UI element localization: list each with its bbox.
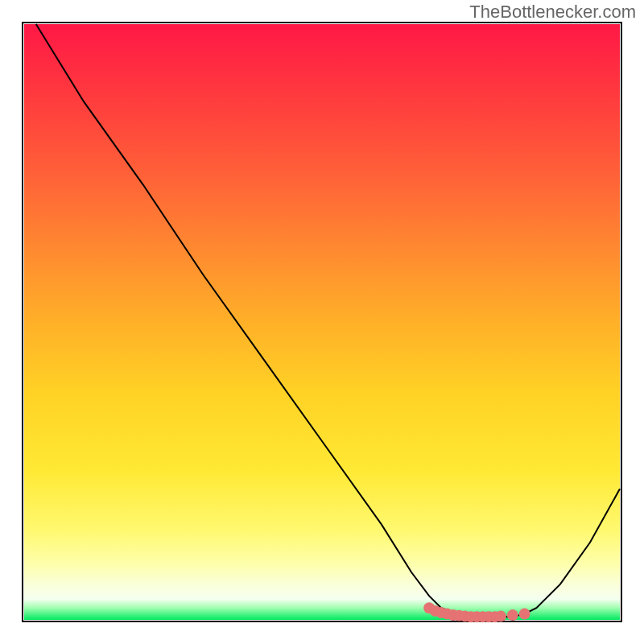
marker-point bbox=[519, 609, 530, 620]
marker-point bbox=[495, 611, 506, 622]
chart-container: TheBottlenecker.com bbox=[0, 0, 644, 644]
watermark-text: TheBottlenecker.com bbox=[469, 2, 636, 23]
chart-svg bbox=[0, 0, 644, 644]
marker-point bbox=[507, 609, 518, 621]
plot-background bbox=[24, 24, 620, 620]
